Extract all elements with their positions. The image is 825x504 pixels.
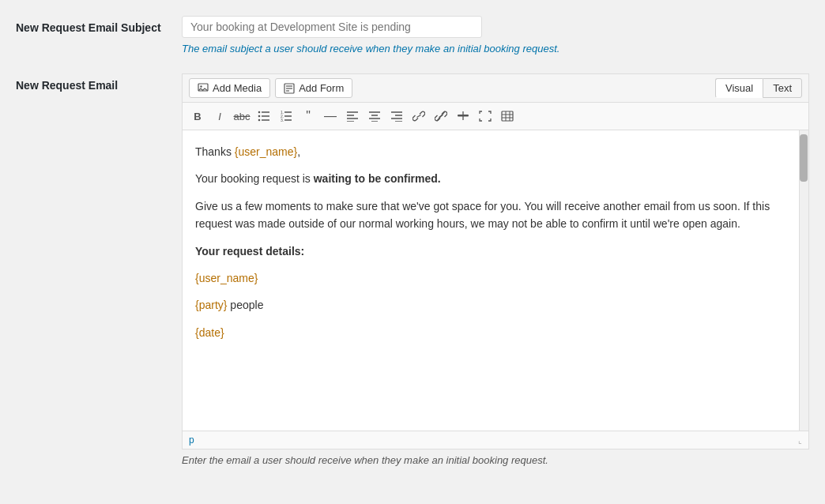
hr-button[interactable]: — [320,106,341,126]
editor-footer: p ⌞ [183,431,808,449]
link-button[interactable] [409,106,429,126]
form-icon [284,83,295,94]
email-hint: Enter the email a user should receive wh… [182,454,809,466]
user-name-var-1: {user_name} [235,145,297,158]
more-icon [457,111,469,122]
ul-icon [258,111,270,122]
scroll-thumb[interactable] [800,134,808,182]
bold-button[interactable]: B [187,106,208,126]
email-content: Add Media Add Form Visual Text [182,73,809,466]
editor-content[interactable]: Thanks {user_name}, Your booking request… [183,130,808,431]
email-label: New Request Email [16,73,182,94]
ol-icon: 1.2.3. [280,111,292,122]
svg-line-32 [437,111,445,121]
table-button[interactable] [497,106,518,126]
strikethrough-button[interactable]: abc [232,106,252,126]
editor-footer-tag: p [189,434,194,446]
svg-point-11 [258,119,261,122]
svg-point-10 [258,115,261,118]
align-left-icon [346,111,359,122]
subject-label: New Request Email Subject [16,16,182,36]
blockquote-button[interactable]: " [298,106,318,126]
align-right-button[interactable] [386,106,407,126]
editor-line-status: Your booking request is waiting to be co… [195,170,793,187]
subject-hint: The email subject a user should receive … [182,43,809,55]
fullscreen-icon [479,111,492,122]
align-left-button[interactable] [342,106,363,126]
align-center-button[interactable] [364,106,385,126]
editor-scrollbar[interactable] [799,130,808,431]
svg-line-30 [417,115,421,118]
text-tab[interactable]: Text [763,78,802,98]
svg-text:3.: 3. [281,118,284,122]
editor-line-date: {date} [195,324,793,341]
svg-rect-35 [502,111,513,121]
svg-point-1 [200,85,202,87]
editor-view-tabs: Visual Text [715,78,802,98]
table-icon [501,111,514,122]
link-icon [412,111,425,122]
visual-tab[interactable]: Visual [715,78,763,98]
editor-line-body: Give us a few moments to make sure that … [195,197,793,233]
subject-section: New Request Email Subject The email subj… [16,16,809,55]
editor-line-party: {party} people [195,296,793,314]
unlink-button[interactable] [431,106,451,126]
editor-line-details-heading: Your request details: [195,243,793,260]
fullscreen-button[interactable] [475,106,495,126]
editor-line-greeting: Thanks {user_name}, [195,143,793,160]
subject-content: The email subject a user should receive … [182,16,809,55]
editor-wrapper: Add Media Add Form Visual Text [182,73,809,449]
unordered-list-button[interactable] [254,106,274,126]
svg-point-9 [258,111,261,114]
media-icon [198,83,209,94]
add-form-button[interactable]: Add Form [275,78,352,98]
editor-toolbar: B I abc 1.2.3. " — [183,103,808,130]
editor-line-user-name: {user_name} [195,269,793,287]
align-center-icon [368,111,381,122]
ordered-list-button[interactable]: 1.2.3. [276,106,296,126]
resize-handle[interactable]: ⌞ [798,436,802,445]
subject-input[interactable] [182,16,482,38]
add-media-button[interactable]: Add Media [189,78,270,98]
align-right-icon [390,111,403,122]
italic-button[interactable]: I [209,106,230,126]
more-button[interactable] [453,106,473,126]
editor-area: Thanks {user_name}, Your booking request… [183,130,808,431]
unlink-icon [435,111,447,122]
email-section: New Request Email Add Media [16,73,809,466]
editor-top-bar-left: Add Media Add Form [189,78,352,98]
editor-top-bar: Add Media Add Form Visual Text [183,74,808,103]
